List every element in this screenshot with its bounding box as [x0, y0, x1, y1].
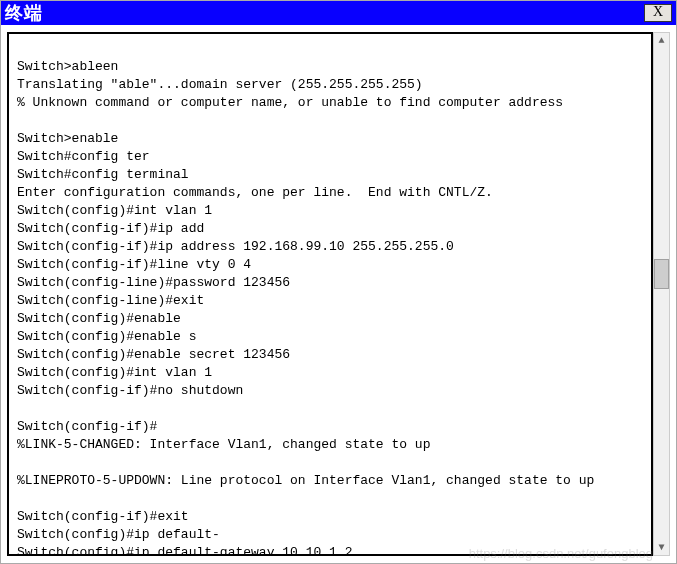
vertical-scrollbar[interactable]: ▲ ▼	[653, 32, 670, 556]
window-body: Switch>ableen Translating "able"...domai…	[1, 25, 676, 563]
terminal-output: Switch>ableen Translating "able"...domai…	[17, 40, 643, 556]
terminal-output-frame[interactable]: Switch>ableen Translating "able"...domai…	[7, 32, 653, 556]
titlebar[interactable]: 终端 X	[1, 1, 676, 25]
terminal-window: 终端 X Switch>ableen Translating "able"...…	[0, 0, 677, 564]
scroll-up-arrow-icon[interactable]: ▲	[654, 33, 669, 48]
window-title: 终端	[5, 1, 43, 25]
scroll-thumb[interactable]	[654, 259, 669, 289]
close-button[interactable]: X	[644, 4, 672, 22]
scroll-down-arrow-icon[interactable]: ▼	[654, 540, 669, 555]
